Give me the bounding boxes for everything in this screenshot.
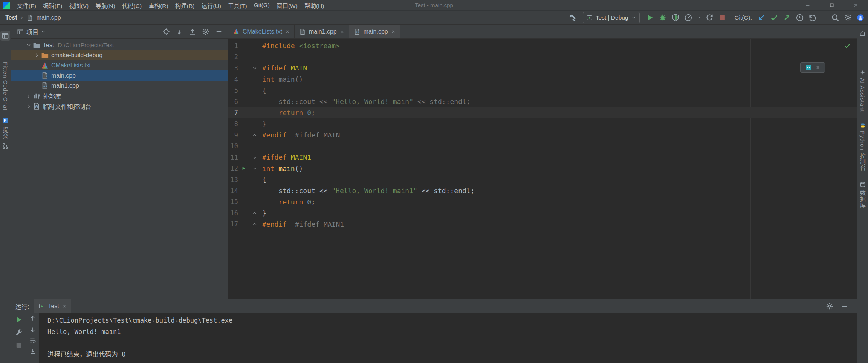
- scroll-to-end-button[interactable]: [29, 348, 36, 355]
- expand-all-button[interactable]: [176, 28, 183, 35]
- line-number[interactable]: 9: [228, 131, 238, 139]
- tree-row[interactable]: CMakeLists.txt: [11, 60, 228, 70]
- line-number[interactable]: 7: [228, 109, 238, 116]
- hide-panel-button[interactable]: [215, 28, 223, 35]
- fold-marker-icon[interactable]: [252, 222, 257, 226]
- menu-item[interactable]: 构建(B): [172, 1, 198, 9]
- search-everywhere-button[interactable]: [831, 14, 839, 22]
- line-number[interactable]: 4: [228, 76, 238, 83]
- menu-item[interactable]: 代码(C): [119, 1, 145, 9]
- run-tab-close-icon[interactable]: [62, 304, 67, 308]
- project-view-chevron-icon[interactable]: [41, 29, 46, 34]
- build-hammer-button[interactable]: [568, 14, 577, 22]
- git-update-button[interactable]: [757, 14, 766, 22]
- breadcrumb-file[interactable]: main.cpp: [37, 14, 61, 21]
- menu-item[interactable]: 重构(R): [145, 1, 172, 9]
- debug-button[interactable]: [659, 14, 667, 22]
- tree-row[interactable]: 外部库: [11, 91, 228, 101]
- right-tool-button[interactable]: 数据库: [859, 182, 866, 208]
- code-editor[interactable]: 1#include <iostream>23#ifdef MAIN4int ma…: [228, 39, 857, 299]
- fitten-logo-icon[interactable]: [2, 117, 9, 124]
- tree-row[interactable]: TestD:\CLionProjects\Test: [11, 40, 228, 50]
- editor-tab[interactable]: main.cpp: [349, 25, 400, 38]
- line-number[interactable]: 8: [228, 120, 238, 128]
- menu-item[interactable]: 工具(T): [225, 1, 251, 9]
- line-number[interactable]: 12: [228, 165, 238, 172]
- line-number[interactable]: 14: [228, 187, 238, 195]
- fold-marker-icon[interactable]: [252, 155, 257, 160]
- collapse-all-button[interactable]: [189, 28, 196, 35]
- tree-row[interactable]: 临时文件和控制台: [11, 101, 228, 111]
- right-tool-button[interactable]: AI Assistant: [859, 69, 866, 112]
- right-tool-button[interactable]: Python 控制台: [859, 122, 866, 171]
- maximize-button[interactable]: [820, 0, 844, 10]
- close-button[interactable]: [844, 0, 868, 10]
- fold-marker-icon[interactable]: [252, 66, 257, 70]
- editor-tab[interactable]: main1.cpp: [295, 25, 349, 38]
- notifications-bell-icon[interactable]: [859, 31, 866, 38]
- edit-configuration-wrench-button[interactable]: [15, 329, 23, 336]
- menu-item[interactable]: Git(G): [251, 2, 273, 9]
- menu-item[interactable]: 编辑(E): [40, 1, 66, 9]
- line-number[interactable]: 13: [228, 176, 238, 183]
- fold-marker-icon[interactable]: [252, 166, 257, 171]
- tree-expand-arrow-icon[interactable]: [33, 53, 41, 58]
- tree-expand-arrow-icon[interactable]: [24, 104, 33, 109]
- down-stack-trace-button[interactable]: [29, 326, 36, 333]
- project-panel-title[interactable]: 项目: [26, 27, 38, 36]
- coverage-button[interactable]: [671, 14, 680, 22]
- menu-item[interactable]: 运行(U): [198, 1, 225, 9]
- locate-file-button[interactable]: [162, 28, 170, 35]
- line-number[interactable]: 10: [228, 142, 238, 150]
- line-number[interactable]: 11: [228, 154, 238, 161]
- user-avatar[interactable]: [857, 14, 864, 21]
- line-number[interactable]: 16: [228, 209, 238, 217]
- run-button[interactable]: [646, 14, 654, 22]
- line-number[interactable]: 17: [228, 220, 238, 228]
- rerun-button[interactable]: [705, 14, 714, 22]
- history-button[interactable]: [796, 14, 804, 22]
- run-config-select[interactable]: Test | Debug: [583, 12, 640, 23]
- rollback-button[interactable]: [808, 14, 817, 22]
- fitten-chat-tool-button[interactable]: Fitten Code Chat: [2, 62, 9, 110]
- commit-tool-button[interactable]: 提交: [2, 127, 9, 139]
- line-number[interactable]: 6: [228, 98, 238, 105]
- pull-requests-tool-button[interactable]: [2, 143, 9, 149]
- git-commit-button[interactable]: [770, 14, 778, 22]
- line-number[interactable]: 2: [228, 53, 238, 61]
- soft-wrap-button[interactable]: [29, 337, 36, 344]
- fold-marker-icon[interactable]: [252, 211, 257, 215]
- run-line-icon[interactable]: [241, 166, 246, 171]
- settings-button[interactable]: [844, 14, 852, 22]
- tab-close-icon[interactable]: [285, 29, 290, 34]
- tree-collapse-arrow-icon[interactable]: [24, 43, 33, 48]
- breadcrumb-project[interactable]: Test: [5, 14, 17, 21]
- menu-item[interactable]: 文件(F): [14, 1, 40, 9]
- line-number[interactable]: 5: [228, 87, 238, 94]
- menu-item[interactable]: 视图(V): [66, 1, 92, 9]
- tab-close-icon[interactable]: [340, 29, 344, 34]
- tree-expand-arrow-icon[interactable]: [24, 93, 33, 99]
- widget-close-icon[interactable]: [816, 65, 820, 70]
- fitten-float-widget[interactable]: [800, 62, 825, 73]
- minimize-button[interactable]: [796, 0, 820, 10]
- run-panel-minimize-button[interactable]: [841, 302, 848, 310]
- rerun-run-button[interactable]: [15, 316, 23, 323]
- console-stop-button[interactable]: [15, 342, 23, 349]
- run-panel-settings-button[interactable]: [826, 302, 833, 310]
- profiler-chevron-icon[interactable]: [697, 16, 701, 20]
- project-tool-button[interactable]: [0, 31, 10, 41]
- project-settings-button[interactable]: [202, 28, 209, 35]
- menu-item[interactable]: 帮助(H): [301, 1, 328, 9]
- menu-item[interactable]: 窗口(W): [273, 1, 301, 9]
- up-stack-trace-button[interactable]: [29, 315, 36, 322]
- tab-close-icon[interactable]: [391, 29, 396, 34]
- git-push-button[interactable]: [783, 14, 791, 22]
- tree-row[interactable]: main.cpp: [11, 70, 228, 81]
- line-number[interactable]: 1: [228, 42, 238, 50]
- inspections-ok-icon[interactable]: [844, 43, 851, 49]
- fold-marker-icon[interactable]: [252, 133, 257, 137]
- run-tab[interactable]: Test: [34, 299, 71, 313]
- editor-tab[interactable]: CMakeLists.txt: [228, 25, 295, 38]
- line-number[interactable]: 15: [228, 198, 238, 206]
